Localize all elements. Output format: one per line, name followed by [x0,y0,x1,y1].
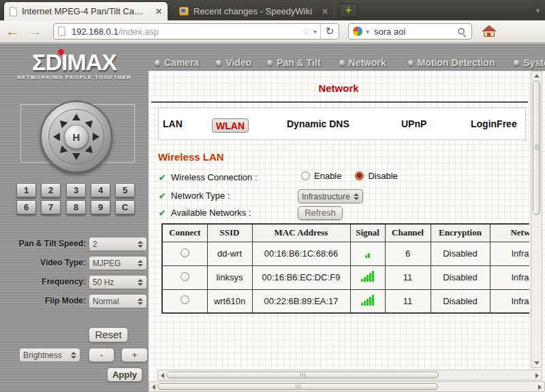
scroll-up-icon[interactable] [534,74,540,78]
home-button[interactable] [482,25,497,37]
table-header-row: Connect SSID MAC Address Signal Channel … [162,224,529,242]
nav-camera[interactable]: Camera [155,57,199,68]
spinner-icon[interactable] [137,260,143,267]
preset-key-6[interactable]: 6 [16,200,36,214]
forward-button[interactable]: → [28,24,42,38]
vertical-scrollbar[interactable] [531,71,542,368]
signal-cell [350,242,385,265]
list-all-tabs-icon[interactable]: ▾ [535,6,540,15]
url-host: 192.168.0.1 [72,27,119,37]
nav-pan-tilt[interactable]: Pan & Tilt [267,57,320,68]
tab-dynamic-dns[interactable]: Dynamic DNS [287,118,349,129]
nav-system[interactable]: System [514,57,545,68]
spinner-icon[interactable] [70,352,76,359]
search-input[interactable]: sora aoi [374,27,458,37]
camera-web-page: ΣDIMAX NETWORKING PEOPLE TOGETHER H 1 2 [0,43,545,392]
frequency-label: Frequency: [0,277,86,287]
scroll-left-icon[interactable] [161,373,164,378]
scroll-left-icon[interactable] [152,385,155,390]
outer-horizontal-scrollbar[interactable] [149,381,545,392]
connect-radio[interactable] [181,295,189,304]
pan-tilt-speed-label: Pan & Tilt Speed: [0,239,86,248]
tab-speedywiki[interactable]: Recent changes - SpeedyWiki ✕ [174,2,334,20]
search-icon[interactable] [458,28,465,35]
scroll-right-icon[interactable] [538,385,542,390]
horizontal-scroll-thumb[interactable] [166,372,439,378]
video-type-label: Video Type: [0,258,86,267]
frequency-select[interactable]: 50 Hz [89,275,147,289]
enable-radio[interactable] [301,172,310,180]
spinner-icon[interactable] [353,193,359,200]
network-tabs: LAN WLAN Dynamic DNS UPnP LoginFree [158,108,526,140]
page-icon [10,7,17,16]
search-bar[interactable]: ▾ sora aoi [348,23,472,39]
bookmark-star-icon[interactable]: ☆ [301,26,310,37]
flip-mode-select[interactable]: Normal [89,294,147,308]
nav-network[interactable]: Network [339,57,386,68]
col-network-type: Network Type [490,224,529,242]
spinner-icon[interactable] [137,241,143,248]
network-type-select[interactable]: Infrastructure [298,189,363,203]
site-icon [58,27,65,36]
preset-key-clear[interactable]: C [115,200,135,214]
pan-tilt-speed-select[interactable]: 2 [89,237,147,251]
tab-camera-page[interactable]: Internet MPEG-4 Pan/Tilt Ca… ✕ [3,1,168,20]
disable-radio[interactable] [355,172,364,180]
preset-key-4[interactable]: 4 [91,183,110,197]
connect-radio[interactable] [181,272,189,281]
tab-upnp[interactable]: UPnP [401,118,426,129]
inner-horizontal-scrollbar[interactable] [157,370,542,380]
edimax-logo: ΣDIMAX NETWORKING PEOPLE TOGETHER [0,50,149,80]
horizontal-scroll-thumb[interactable] [157,383,438,390]
connect-radio[interactable] [181,248,189,257]
search-engine-dropdown-icon[interactable]: ▾ [366,28,369,35]
url-bar[interactable]: 192.168.0.1 /index.asp ☆ ▾ ↻ [53,23,339,39]
tab-wlan[interactable]: WLAN [212,118,249,133]
apply-button[interactable]: Apply [107,368,142,382]
tab-loginfree[interactable]: LoginFree [471,118,517,129]
scroll-right-icon[interactable] [535,373,539,378]
preset-key-3[interactable]: 3 [66,183,86,197]
nav-bullet-icon [514,60,520,66]
url-dropdown-icon[interactable]: ▾ [313,28,317,35]
new-tab-button[interactable]: + [339,3,358,18]
back-button[interactable]: ← [5,24,20,38]
decrease-button[interactable]: - [89,348,114,362]
encryption-cell: Disabled [431,242,490,265]
signal-cell [350,265,385,289]
tab-bar: Internet MPEG-4 Pan/Tilt Ca… ✕ Recent ch… [0,0,545,20]
vertical-scroll-thumb[interactable] [533,80,540,215]
enable-label: Enable [314,171,341,181]
nav-bullet-icon [155,60,161,66]
logo-tagline: NETWORKING PEOPLE TOGETHER [0,74,149,80]
tab-close-icon[interactable]: ✕ [155,7,162,16]
adjust-property-select[interactable]: Brightness [19,348,80,362]
preset-key-1[interactable]: 1 [16,183,36,197]
spinner-icon[interactable] [137,298,143,305]
pan-down-arrow[interactable] [72,153,80,160]
nav-video[interactable]: Video [216,57,251,68]
tab-lan[interactable]: LAN [163,118,183,129]
preset-key-5[interactable]: 5 [115,183,135,197]
pan-left-arrow[interactable] [53,133,60,141]
tab-close-icon[interactable]: ✕ [322,7,328,16]
reset-button[interactable]: Reset [89,327,128,342]
pan-up-arrow[interactable] [72,114,80,120]
nav-motion-detection[interactable]: Motion Detection [408,57,495,68]
scroll-down-icon[interactable] [534,361,540,365]
signal-cell [350,289,385,313]
preset-key-7[interactable]: 7 [41,200,61,214]
spinner-icon[interactable] [137,279,143,286]
pan-right-arrow[interactable] [93,133,99,141]
mac-cell: 00:16:B6:EC:DC:F9 [252,265,350,289]
refresh-button[interactable]: Refresh [298,206,343,220]
page-title: Network [149,82,529,94]
channel-cell: 11 [385,289,431,313]
home-position-button[interactable]: H [64,125,89,149]
preset-key-2[interactable]: 2 [41,183,61,197]
increase-button[interactable]: + [121,348,148,362]
reload-icon[interactable]: ↻ [321,25,339,37]
video-type-select[interactable]: MJPEG [89,256,147,270]
preset-key-9[interactable]: 9 [91,200,110,214]
preset-key-8[interactable]: 8 [66,200,86,214]
